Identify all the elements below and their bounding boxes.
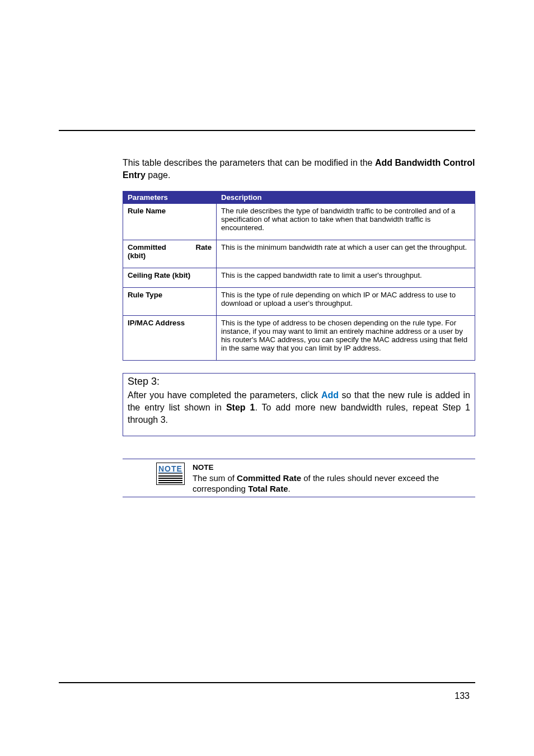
param-name-cell: IP/MAC Address	[123, 316, 217, 361]
note-heading: NOTE	[193, 463, 214, 472]
bottom-horizontal-rule	[59, 682, 475, 683]
param-desc-cell: This is the type of rule depending on wh…	[217, 288, 475, 316]
intro-text-pre: This table describes the parameters that…	[123, 158, 375, 167]
param-name-cell: Ceiling Rate (kbit)	[123, 268, 217, 288]
note-body-text: .	[288, 484, 291, 493]
param-desc-cell: The rule describes the type of bandwidth…	[217, 204, 475, 240]
step1-ref: Step 1	[226, 403, 255, 412]
table-header-description: Description	[217, 192, 475, 204]
table-row: CommittedRate(kbit) This is the minimum …	[123, 240, 475, 268]
top-horizontal-rule	[59, 130, 475, 131]
param-name-cell: Rule Type	[123, 288, 217, 316]
note-body-bold: Committed Rate	[237, 473, 301, 483]
step-box: Step 3: After you have completed the par…	[123, 373, 475, 436]
param-desc-cell: This is the capped bandwidth rate to lim…	[217, 268, 475, 288]
main-content: This table describes the parameters that…	[123, 157, 475, 497]
step-body: After you have completed the parameters,…	[128, 389, 470, 426]
note-text: NOTE The sum of Committed Rate of the ru…	[193, 461, 475, 494]
step-text: After you have completed the parameters,…	[128, 390, 321, 400]
table-header-row: Parameters Description	[123, 192, 475, 204]
intro-paragraph: This table describes the parameters that…	[123, 157, 475, 181]
table-row: IP/MAC Address This is the type of addre…	[123, 316, 475, 361]
note-body-bold: Total Rate	[248, 484, 288, 493]
note-icon: NOTE	[156, 463, 185, 485]
table-header-parameters: Parameters	[123, 192, 217, 204]
param-name-cell: CommittedRate(kbit)	[123, 240, 217, 268]
table-row: Rule Name The rule describes the type of…	[123, 204, 475, 240]
note-callout: NOTE NOTE The sum of Committed Rate of t…	[123, 459, 475, 497]
note-body-text: The sum of	[193, 473, 237, 483]
step-title: Step 3:	[128, 375, 470, 388]
note-icon-lines	[158, 473, 182, 483]
param-desc-cell: This is the type of address to be chosen…	[217, 316, 475, 361]
add-link[interactable]: Add	[321, 390, 339, 400]
note-icon-label: NOTE	[158, 464, 182, 473]
table-row: Ceiling Rate (kbit) This is the capped b…	[123, 268, 475, 288]
intro-text-post: page.	[146, 170, 170, 180]
table-row: Rule Type This is the type of rule depen…	[123, 288, 475, 316]
page-number: 133	[455, 691, 470, 701]
parameters-table: Parameters Description Rule Name The rul…	[123, 191, 475, 361]
param-name-cell: Rule Name	[123, 204, 217, 240]
param-desc-cell: This is the minimum bandwidth rate at wh…	[217, 240, 475, 268]
